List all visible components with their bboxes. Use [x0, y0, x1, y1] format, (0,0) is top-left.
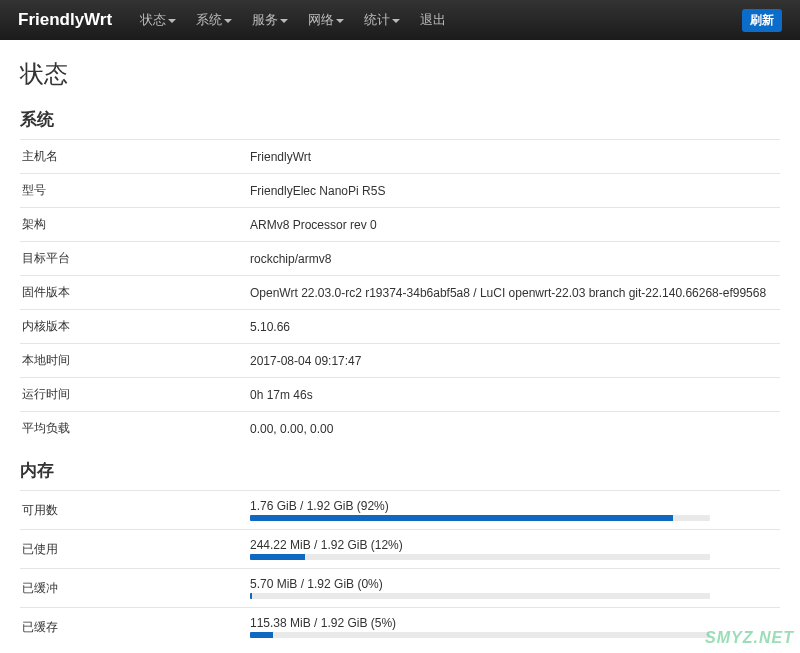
nav-menu: 状态 系统 服务 网络 统计 退出 [130, 0, 742, 40]
progress-text: 1.76 GiB / 1.92 GiB (92%) [250, 499, 780, 513]
navbar: FriendlyWrt 状态 系统 服务 网络 统计 退出 刷新 [0, 0, 800, 40]
row-mem-used: 已使用244.22 MiB / 1.92 GiB (12%) [20, 529, 780, 568]
section-heading-system: 系统 [20, 108, 780, 131]
nav-item-network[interactable]: 网络 [298, 0, 354, 40]
progress: 1.76 GiB / 1.92 GiB (92%) [250, 499, 780, 521]
progress-fill [250, 593, 252, 599]
row-value: OpenWrt 22.03.0-rc2 r19374-34b6abf5a8 / … [250, 286, 780, 300]
brand[interactable]: FriendlyWrt [18, 10, 112, 30]
progress-fill [250, 554, 305, 560]
nav-label: 网络 [308, 12, 334, 27]
row-uptime: 运行时间0h 17m 46s [20, 377, 780, 411]
row-model: 型号FriendlyElec NanoPi R5S [20, 173, 780, 207]
progress-bar [250, 593, 710, 599]
row-value: 0h 17m 46s [250, 388, 780, 402]
nav-label: 服务 [252, 12, 278, 27]
row-arch: 架构ARMv8 Processor rev 0 [20, 207, 780, 241]
row-label: 本地时间 [20, 352, 250, 369]
chevron-down-icon [392, 19, 400, 23]
refresh-button[interactable]: 刷新 [742, 9, 782, 32]
row-label: 内核版本 [20, 318, 250, 335]
row-label: 固件版本 [20, 284, 250, 301]
row-value: FriendlyElec NanoPi R5S [250, 184, 780, 198]
row-target: 目标平台rockchip/armv8 [20, 241, 780, 275]
chevron-down-icon [336, 19, 344, 23]
nav-label: 系统 [196, 12, 222, 27]
nav-label: 统计 [364, 12, 390, 27]
row-label: 已缓冲 [20, 580, 250, 597]
chevron-down-icon [280, 19, 288, 23]
row-mem-cached: 已缓存115.38 MiB / 1.92 GiB (5%) [20, 607, 780, 646]
nav-item-services[interactable]: 服务 [242, 0, 298, 40]
progress-fill [250, 515, 673, 521]
row-label: 运行时间 [20, 386, 250, 403]
nav-item-stats[interactable]: 统计 [354, 0, 410, 40]
row-hostname: 主机名FriendlyWrt [20, 139, 780, 173]
row-label: 架构 [20, 216, 250, 233]
row-label: 目标平台 [20, 250, 250, 267]
progress-text: 115.38 MiB / 1.92 GiB (5%) [250, 616, 780, 630]
progress: 5.70 MiB / 1.92 GiB (0%) [250, 577, 780, 599]
nav-item-logout[interactable]: 退出 [410, 0, 456, 40]
chevron-down-icon [168, 19, 176, 23]
row-value: FriendlyWrt [250, 150, 780, 164]
progress: 115.38 MiB / 1.92 GiB (5%) [250, 616, 780, 638]
row-value: rockchip/armv8 [250, 252, 780, 266]
progress-text: 244.22 MiB / 1.92 GiB (12%) [250, 538, 780, 552]
progress-bar [250, 515, 710, 521]
row-loadavg: 平均负载0.00, 0.00, 0.00 [20, 411, 780, 445]
row-label: 平均负载 [20, 420, 250, 437]
row-firmware: 固件版本OpenWrt 22.03.0-rc2 r19374-34b6abf5a… [20, 275, 780, 309]
row-value: 0.00, 0.00, 0.00 [250, 422, 780, 436]
row-value: 5.10.66 [250, 320, 780, 334]
progress-text: 5.70 MiB / 1.92 GiB (0%) [250, 577, 780, 591]
row-localtime: 本地时间2017-08-04 09:17:47 [20, 343, 780, 377]
row-label: 已使用 [20, 541, 250, 558]
page-title: 状态 [20, 58, 780, 90]
content: 状态 系统 主机名FriendlyWrt 型号FriendlyElec Nano… [0, 40, 800, 653]
row-label: 已缓存 [20, 619, 250, 636]
row-value: ARMv8 Processor rev 0 [250, 218, 780, 232]
nav-item-system[interactable]: 系统 [186, 0, 242, 40]
progress-bar [250, 632, 710, 638]
nav-item-status[interactable]: 状态 [130, 0, 186, 40]
row-value: 2017-08-04 09:17:47 [250, 354, 780, 368]
section-heading-memory: 内存 [20, 459, 780, 482]
chevron-down-icon [224, 19, 232, 23]
progress-bar [250, 554, 710, 560]
row-label: 型号 [20, 182, 250, 199]
nav-label: 退出 [420, 12, 446, 27]
progress-fill [250, 632, 273, 638]
progress: 244.22 MiB / 1.92 GiB (12%) [250, 538, 780, 560]
row-mem-buffered: 已缓冲5.70 MiB / 1.92 GiB (0%) [20, 568, 780, 607]
row-label: 可用数 [20, 502, 250, 519]
row-kernel: 内核版本5.10.66 [20, 309, 780, 343]
nav-label: 状态 [140, 12, 166, 27]
row-label: 主机名 [20, 148, 250, 165]
row-mem-available: 可用数1.76 GiB / 1.92 GiB (92%) [20, 490, 780, 529]
